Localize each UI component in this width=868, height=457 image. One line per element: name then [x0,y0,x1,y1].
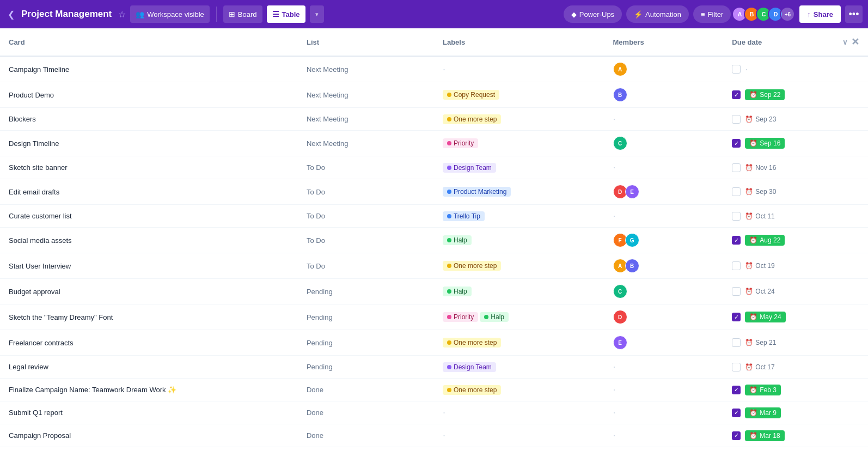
label-tag[interactable]: Halp [443,287,472,296]
power-ups-button[interactable]: ◆ Power-Ups [564,5,622,23]
card-name[interactable]: Sketch the "Teamy Dreamy" Font [9,313,113,321]
row-checkbox[interactable] [732,287,741,296]
label-tag[interactable]: Halp [480,312,509,322]
label-color-dot [447,340,451,345]
board-view-button[interactable]: ⊞ Board [223,5,262,23]
empty-dot: · [613,384,616,395]
label-text: Copy Request [454,91,495,99]
label-tag[interactable]: Halp [443,235,472,245]
cell-due-date: ⏰Oct 17 [723,356,842,379]
row-checkbox[interactable]: ✓ [732,431,741,440]
row-checkbox[interactable]: ✓ [732,313,741,321]
ellipsis-icon: ••• [849,9,859,20]
label-tag[interactable]: Design Team [443,362,496,372]
row-checkbox[interactable] [732,363,741,371]
filter-button[interactable]: ≡ Filter [693,5,731,23]
nav-divider [216,7,217,22]
row-checkbox[interactable] [732,212,741,221]
card-name[interactable]: Budget approval [9,288,60,296]
share-button[interactable]: ↑ Share [799,5,841,23]
table-view-button[interactable]: ☰ Table [267,5,305,23]
label-text: Halp [491,313,504,321]
row-checkbox[interactable] [732,163,741,172]
cell-labels: · [434,56,604,82]
label-tag[interactable]: Copy Request [443,90,499,100]
row-checkbox[interactable] [732,187,741,196]
row-checkbox[interactable] [732,65,741,74]
card-name[interactable]: Start User Interview [9,262,71,270]
row-checkbox[interactable] [732,115,741,124]
member-avatar: A [613,62,627,76]
cell-labels: One more step [434,108,604,131]
list-name: Done [307,386,323,394]
table-row: Sketch the "Teamy Dreamy" FontPendingPri… [0,304,868,330]
label-tag[interactable]: One more step [443,338,501,348]
due-date-text: Oct 11 [755,212,774,220]
ellipsis-button[interactable]: ••• [845,5,863,23]
label-tag[interactable]: Product Marketing [443,187,511,197]
cell-card: Blockers [0,108,298,131]
card-name[interactable]: Edit email drafts [9,188,59,196]
due-date-plain: ⏰Oct 17 [745,363,774,371]
row-checkbox[interactable]: ✓ [732,386,741,394]
cell-labels: Product Marketing [434,179,604,205]
app-title: Project Management [21,9,112,20]
row-checkbox[interactable]: ✓ [732,409,741,417]
table-header: Card List Labels Members Due date ∨ [0,28,868,56]
row-checkbox[interactable]: ✓ [732,90,741,99]
row-checkbox[interactable]: ✓ [732,236,741,245]
share-label: Share [814,10,833,19]
clock-icon: ⏰ [745,188,753,196]
card-name[interactable]: Social media assets [9,236,72,245]
clock-icon: ⏰ [749,386,757,394]
cell-card: Start User Interview [0,253,298,279]
label-tag[interactable]: Priority [443,312,478,322]
card-name[interactable]: Legal review [9,363,48,371]
cell-actions [842,56,868,82]
cell-card: Product Demo [0,82,298,108]
cell-due-date: ✓⏰Aug 22 [723,228,842,253]
list-name: To Do [307,163,325,172]
nav-back-chevron[interactable]: ❮ [5,7,17,22]
member-avatar: G [625,233,639,247]
card-name[interactable]: Product Demo [9,91,54,99]
clock-icon: ⏰ [749,139,757,147]
card-name[interactable]: Campaign Timeline [9,65,69,74]
cell-card: Edit email drafts [0,179,298,205]
cell-labels: · [434,424,604,447]
card-name[interactable]: Curate customer list [9,212,72,220]
cell-members: A [604,56,724,82]
label-tag[interactable]: Trello Tip [443,211,485,221]
card-name[interactable]: Freelancer contracts [9,339,74,347]
due-date-plain: ⏰Sep 23 [745,115,776,123]
label-tag[interactable]: Design Team [443,163,496,173]
workspace-visible-button[interactable]: 👥 Workspace visible [130,5,210,23]
label-tag[interactable]: One more step [443,385,501,395]
top-nav: ❮ Project Management ☆ 👥 Workspace visib… [0,0,868,28]
label-tag[interactable]: One more step [443,114,501,124]
card-name[interactable]: Finalize Campaign Name: Teamwork Dream W… [9,386,176,394]
cell-actions [842,330,868,356]
star-icon[interactable]: ☆ [118,9,126,20]
card-name[interactable]: Campaign Proposal [9,431,71,440]
avatar-more[interactable]: +6 [780,7,795,22]
label-color-dot [447,117,451,121]
card-name[interactable]: Blockers [9,115,36,123]
col-close-icon[interactable]: ✕ [851,36,859,48]
table-row: Product DemoNext MeetingCopy RequestB✓⏰S… [0,82,868,108]
view-dropdown-button[interactable]: ▾ [310,5,324,23]
label-tag[interactable]: Priority [443,138,478,148]
col-collapse-icon[interactable]: ∨ [842,38,848,46]
row-checkbox[interactable] [732,261,741,270]
card-name[interactable]: Design Timeline [9,139,59,148]
cell-members: · [604,424,724,447]
automation-button[interactable]: ⚡ Automation [626,5,689,23]
row-checkbox[interactable] [732,338,741,347]
row-checkbox[interactable]: ✓ [732,139,741,148]
cell-list: Done [298,424,434,447]
label-tag[interactable]: One more step [443,261,501,271]
list-name: Done [307,431,323,440]
card-name[interactable]: Submit Q1 report [9,409,63,417]
card-name[interactable]: Sketch site banner [9,163,68,172]
due-date-plain: ⏰Sep 21 [745,339,776,346]
